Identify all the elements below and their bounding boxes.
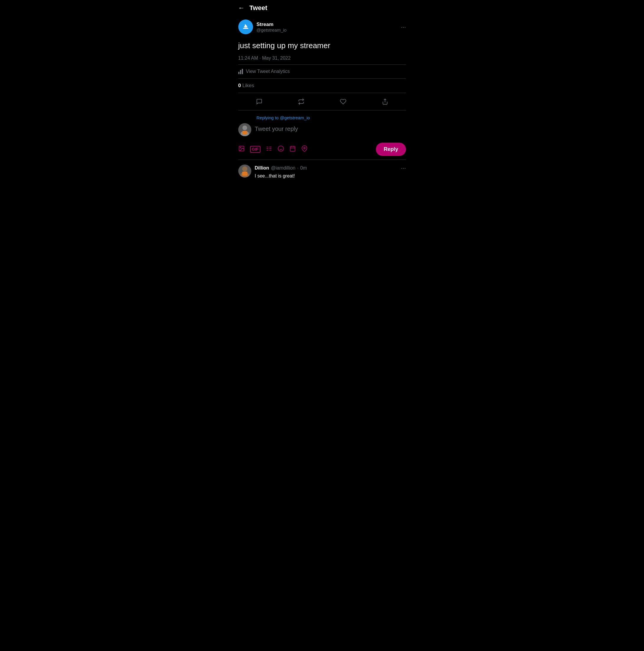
comment-author-info: Dillion @iamdillion · 0m [255, 165, 307, 171]
current-user-avatar [238, 123, 251, 136]
emoji-icon[interactable] [278, 145, 284, 154]
schedule-icon[interactable] [289, 145, 296, 154]
tweet-timestamp: 11:24 AM · May 31, 2022 [233, 56, 411, 64]
back-button[interactable]: ← [238, 4, 245, 12]
author-text: Stream @getstream_io [257, 22, 287, 32]
tweet-action-bar [233, 93, 411, 110]
page-title: Tweet [250, 4, 267, 12]
comment-separator: · [297, 165, 298, 171]
svg-point-22 [242, 166, 248, 172]
more-options-button[interactable]: ··· [401, 24, 406, 30]
commenter-name: Dillion [255, 165, 269, 171]
svg-point-13 [278, 146, 284, 151]
author-name: Stream [257, 22, 287, 28]
reply-section: Replying to @getstream_io Tweet your rep… [233, 111, 411, 140]
svg-rect-24 [242, 172, 248, 176]
reply-submit-button[interactable]: Reply [376, 143, 406, 156]
analytics-icon [238, 69, 243, 74]
likes-word: Likes [243, 83, 254, 88]
user-avatar-image [238, 123, 251, 136]
view-analytics-row[interactable]: View Tweet Analytics [233, 65, 411, 78]
svg-point-6 [240, 147, 241, 148]
analytics-label: View Tweet Analytics [246, 69, 290, 74]
commenter-handle: @iamdillion [271, 165, 295, 171]
location-icon[interactable] [301, 145, 308, 154]
heart-icon [340, 98, 346, 105]
comment-body: Dillion @iamdillion · 0m ··· I see...tha… [255, 164, 406, 180]
comment-icon [256, 98, 262, 105]
reply-input[interactable]: Tweet your reply [255, 123, 406, 132]
svg-point-2 [243, 126, 247, 130]
reply-toolbar: GIF [233, 140, 411, 159]
likes-count-row: 0 Likes [233, 79, 411, 93]
author-handle: @getstream_io [257, 28, 287, 32]
tweet-author-row: Stream @getstream_io ··· [233, 16, 411, 38]
image-icon[interactable] [238, 145, 245, 154]
reply-media-icons: GIF [238, 145, 308, 154]
svg-point-20 [303, 147, 305, 149]
like-action-button[interactable] [337, 96, 349, 107]
comment-header: Dillion @iamdillion · 0m ··· [255, 164, 406, 171]
replying-to-label: Replying to @getstream_io [257, 115, 406, 120]
retweet-action-button[interactable] [296, 96, 307, 107]
author-info: Stream @getstream_io [238, 20, 287, 34]
retweet-icon [298, 98, 304, 105]
tweet-text: just setting up my streamer [233, 38, 411, 56]
svg-rect-4 [243, 131, 247, 134]
reply-action-button[interactable] [254, 96, 265, 107]
likes-number: 0 [238, 83, 241, 88]
comment-time: 0m [300, 165, 307, 171]
reply-input-row: Tweet your reply [238, 123, 406, 136]
svg-rect-16 [290, 147, 295, 152]
replying-to-text: Replying to [257, 115, 279, 120]
comment-section: Dillion @iamdillion · 0m ··· I see...tha… [233, 160, 411, 183]
gif-icon[interactable]: GIF [250, 146, 260, 153]
list-icon[interactable] [266, 145, 272, 154]
comment-row: Dillion @iamdillion · 0m ··· I see...tha… [238, 164, 406, 180]
share-icon [382, 98, 388, 105]
replying-to-handle: @getstream_io [280, 115, 310, 120]
comment-more-options[interactable]: ··· [401, 164, 406, 171]
comment-text: I see...that is great! [255, 173, 406, 180]
share-action-button[interactable] [380, 96, 391, 107]
tweet-header: ← Tweet [233, 0, 411, 16]
commenter-avatar-image [238, 164, 251, 178]
stream-boat-icon [242, 23, 250, 31]
commenter-avatar [238, 164, 251, 178]
author-avatar[interactable] [238, 20, 253, 34]
